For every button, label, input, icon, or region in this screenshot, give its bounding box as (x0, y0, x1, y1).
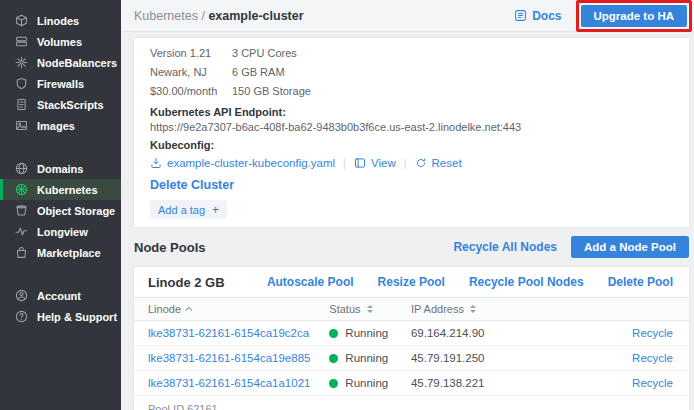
domains-icon (14, 162, 28, 176)
pool-name: Linode 2 GB (148, 275, 225, 290)
kubeconfig-download-link[interactable]: example-cluster-kubeconfig.yaml (150, 157, 335, 169)
spec-row: Newark, NJ 6 GB RAM (150, 63, 673, 82)
recycle-pool-nodes-link[interactable]: Recycle Pool Nodes (469, 275, 584, 289)
pool-id-label: Pool ID 62161 (134, 396, 689, 410)
sidebar-item-label: Help & Support (37, 311, 117, 323)
node-ip: 45.79.191.250 (411, 346, 571, 371)
table-row: lke38731-62161-6154ca1a1021 Running 45.7… (134, 371, 689, 396)
upgrade-to-ha-button[interactable]: Upgrade to HA (581, 5, 688, 27)
account-icon (14, 289, 28, 303)
node-ip: 69.164.214.90 (411, 321, 571, 346)
object-storage-icon (14, 204, 28, 218)
add-tag-button[interactable]: Add a tag + (150, 200, 227, 219)
sidebar-item-label: Longview (37, 226, 88, 238)
recycle-node-link[interactable]: Recycle (632, 377, 673, 389)
sidebar-item-object-storage[interactable]: Object Storage (0, 200, 121, 221)
sidebar-item-kubernetes[interactable]: Kubernetes (0, 179, 121, 200)
breadcrumb-section[interactable]: Kubernetes (134, 9, 198, 23)
help-icon (14, 310, 28, 324)
sidebar-item-account[interactable]: Account (0, 285, 121, 306)
download-icon (150, 157, 162, 169)
api-endpoint-url: https://9e2a7307-b6ac-408f-ba62-9483b0b3… (150, 121, 673, 134)
recycle-node-link[interactable]: Recycle (632, 327, 673, 339)
spec-storage: 150 GB Storage (232, 82, 311, 101)
delete-cluster-button[interactable]: Delete Cluster (150, 178, 673, 193)
autoscale-pool-link[interactable]: Autoscale Pool (267, 275, 354, 289)
upgrade-highlight-box: Upgrade to HA (576, 0, 693, 32)
sidebar-item-images[interactable]: Images (0, 115, 121, 136)
docs-link-label: Docs (532, 9, 561, 23)
status-dot-icon (329, 379, 338, 388)
node-link[interactable]: lke38731-62161-6154ca19c2ca (148, 327, 309, 339)
sidebar-item-label: Linodes (37, 15, 79, 27)
add-tag-label: Add a tag (158, 204, 205, 216)
app-window: Linodes Volumes NodeBalancers Firewalls … (0, 0, 694, 410)
sort-asc-icon (185, 306, 192, 313)
kubeconfig-reset-label: Reset (432, 157, 462, 169)
sidebar-item-longview[interactable]: Longview (0, 221, 121, 242)
nodebalancers-icon (14, 56, 28, 70)
node-pools-title: Node Pools (134, 240, 206, 255)
spec-region: Newark, NJ (150, 63, 232, 82)
stackscripts-icon (14, 98, 28, 112)
recycle-all-nodes-link[interactable]: Recycle All Nodes (453, 240, 557, 254)
reset-icon (415, 157, 427, 169)
status-badge: Running (329, 377, 411, 389)
spec-price: $30.00/month (150, 82, 232, 101)
spec-row: Version 1.21 3 CPU Cores (150, 44, 673, 63)
api-endpoint-label: Kubernetes API Endpoint: (150, 106, 673, 119)
sidebar-item-volumes[interactable]: Volumes (0, 31, 121, 52)
volumes-icon (14, 35, 28, 49)
sidebar-item-stackscripts[interactable]: StackScripts (0, 94, 121, 115)
content: Version 1.21 3 CPU Cores Newark, NJ 6 GB… (121, 32, 694, 410)
sidebar-item-label: StackScripts (37, 99, 104, 111)
node-link[interactable]: lke38731-62161-6154ca19e885 (148, 352, 310, 364)
breadcrumb-current: example-cluster (208, 9, 303, 23)
recycle-node-link[interactable]: Recycle (632, 352, 673, 364)
sidebar-item-firewalls[interactable]: Firewalls (0, 73, 121, 94)
spec-row: $30.00/month 150 GB Storage (150, 82, 673, 101)
sort-icon (367, 305, 373, 313)
kubeconfig-view-link[interactable]: View (354, 157, 396, 169)
sidebar-item-help-support[interactable]: Help & Support (0, 306, 121, 327)
kubernetes-icon (14, 183, 28, 197)
sidebar-item-label: Firewalls (37, 78, 84, 90)
images-icon (14, 119, 28, 133)
sidebar-item-label: Images (37, 120, 75, 132)
status-badge: Running (329, 352, 411, 364)
sidebar-item-label: Object Storage (37, 205, 115, 217)
column-header-ip[interactable]: IP Address (411, 303, 571, 315)
docs-link[interactable]: Docs (514, 9, 561, 23)
sidebar-item-label: Volumes (37, 36, 82, 48)
status-dot-icon (329, 354, 338, 363)
kubeconfig-label: Kubeconfig: (150, 139, 673, 152)
pool-header: Linode 2 GB Autoscale Pool Resize Pool R… (134, 267, 689, 297)
resize-pool-link[interactable]: Resize Pool (378, 275, 445, 289)
breadcrumb: Kubernetes / example-cluster (134, 9, 304, 23)
view-icon (354, 157, 366, 169)
add-node-pool-button[interactable]: Add a Node Pool (571, 236, 689, 258)
kubeconfig-reset-link[interactable]: Reset (415, 157, 462, 169)
main-area: Kubernetes / example-cluster Docs Upgrad… (121, 0, 694, 410)
sort-icon (470, 305, 476, 313)
kubeconfig-file-name: example-cluster-kubeconfig.yaml (167, 157, 335, 169)
sidebar-item-label: Kubernetes (37, 184, 98, 196)
column-header-linode[interactable]: Linode (148, 303, 329, 315)
sidebar-item-nodebalancers[interactable]: NodeBalancers (0, 52, 121, 73)
node-link[interactable]: lke38731-62161-6154ca1a1021 (148, 377, 310, 389)
node-pool-card: Linode 2 GB Autoscale Pool Resize Pool R… (134, 267, 689, 410)
nodes-table: Linode Status IP Address lke38731-62161-… (134, 297, 689, 396)
cluster-summary-card: Version 1.21 3 CPU Cores Newark, NJ 6 GB… (134, 38, 689, 227)
kubeconfig-actions: example-cluster-kubeconfig.yaml | View |… (150, 155, 673, 170)
divider: | (343, 157, 346, 169)
sidebar-item-label: Account (37, 290, 81, 302)
column-header-status[interactable]: Status (329, 303, 411, 315)
sidebar: Linodes Volumes NodeBalancers Firewalls … (0, 0, 121, 410)
sidebar-item-marketplace[interactable]: Marketplace (0, 242, 121, 263)
sidebar-item-domains[interactable]: Domains (0, 158, 121, 179)
status-dot-icon (329, 329, 338, 338)
sidebar-item-linodes[interactable]: Linodes (0, 10, 121, 31)
delete-pool-link[interactable]: Delete Pool (608, 275, 673, 289)
table-row: lke38731-62161-6154ca19c2ca Running 69.1… (134, 321, 689, 346)
topbar: Kubernetes / example-cluster Docs Upgrad… (121, 0, 694, 32)
